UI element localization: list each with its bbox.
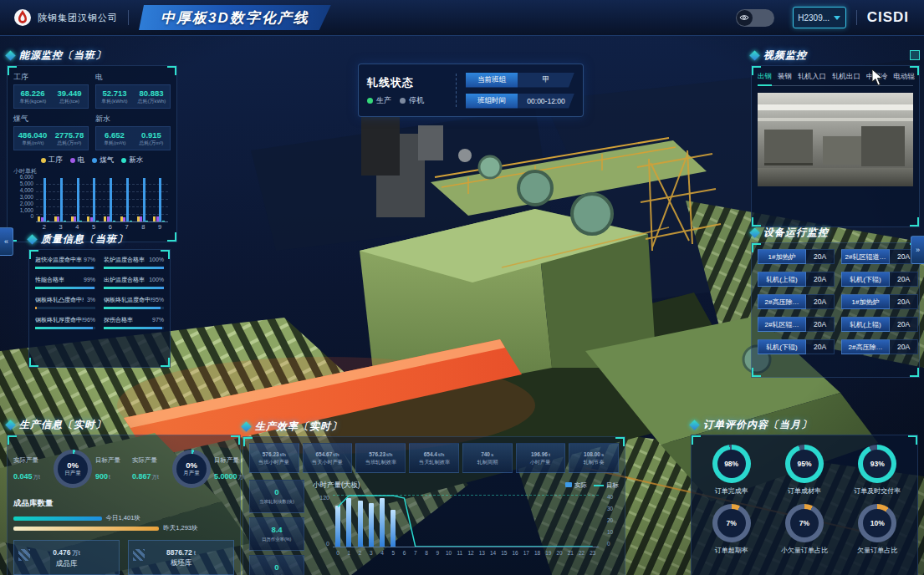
store-boxes: 0.476万t 成品库 8876.72t 板坯库 bbox=[13, 540, 234, 575]
energy-group: 电 52.713单耗(kWh/t) 80.883总耗(万kWh) bbox=[95, 72, 171, 109]
energy-groups: 工序 68.226单耗(kgce/t) 39.449总耗(tce) 电 52.7… bbox=[13, 72, 171, 150]
efficiency-mini: 0 设备运转率(%) bbox=[249, 555, 304, 575]
equipment-item: 轧机(上辊) 20A bbox=[841, 317, 918, 332]
equipment-item: 1#加热炉 20A bbox=[758, 249, 835, 264]
video-tab[interactable]: 出钢 bbox=[758, 72, 772, 82]
stopped-dot bbox=[400, 98, 406, 104]
legend-dot bbox=[70, 158, 75, 163]
hour-chart-legend: 实际 目标 bbox=[565, 481, 619, 490]
video-tab[interactable]: 轧机出口 bbox=[832, 72, 860, 82]
equipment-item: 2#轧区辊道… 20A bbox=[841, 249, 918, 264]
video-feed[interactable] bbox=[758, 93, 913, 186]
mouse-cursor bbox=[871, 69, 885, 87]
quality-item: 钢板终轧温度命中率 95% bbox=[104, 296, 164, 309]
collapse-left-tab[interactable]: « bbox=[0, 227, 13, 256]
video-tab[interactable]: 装钢 bbox=[778, 72, 792, 82]
producing-dot bbox=[367, 98, 373, 104]
order-donuts: 98% 订单完成率 95% 订单成材率 93% bbox=[697, 441, 911, 555]
quality-item: 性能合格率 99% bbox=[35, 276, 95, 289]
energy-group: 工序 68.226单耗(kgce/t) 39.449总耗(tce) bbox=[13, 72, 89, 109]
order-donut-ring: 7% bbox=[712, 504, 751, 542]
panel-orders: 订单评价内容〔当月〕 98% 订单完成率 95% 订 bbox=[691, 416, 918, 575]
energy-ylabel: 小时单耗 bbox=[13, 167, 171, 176]
quality-progress-bar bbox=[104, 327, 162, 329]
quality-title: 质量信息〔当班〕 bbox=[41, 232, 128, 247]
expand-icon[interactable] bbox=[910, 50, 920, 60]
panel-icon bbox=[749, 227, 760, 238]
video-tabs: 出钢装钢轧机入口轧机出口中间冷电动辊 bbox=[758, 72, 913, 86]
energy-legend: 工序 电 煤气 新水 bbox=[13, 155, 171, 165]
brand-logo: CISDI bbox=[867, 9, 909, 26]
order-metric: 95% 订单成材率 bbox=[785, 445, 824, 496]
panel-icon bbox=[689, 420, 700, 430]
efficiency-stat: 654.4t/h 当天轧制效率 bbox=[409, 443, 459, 473]
equipment-item: 1#加热炉 20A bbox=[841, 294, 918, 309]
video-title: 视频监控 bbox=[763, 48, 807, 63]
target-legend-icon bbox=[594, 485, 604, 486]
order-metric: 10% 欠量订单占比 bbox=[857, 504, 897, 555]
production-title: 生产信息〔实时〕 bbox=[19, 418, 106, 432]
company-name: 陕钢集团汉钢公司 bbox=[38, 12, 118, 24]
efficiency-stat: 196.96t 小时产量 bbox=[516, 443, 566, 473]
panel-efficiency: 生产效率〔实时〕 576.23t/h 当班小时产量 654.67t/h 当天小时… bbox=[242, 418, 625, 575]
equipment-list: 1#加热炉 20A 2#轧区辊道… 20A 轧机(上辊) 20A 轧机 bbox=[758, 249, 913, 354]
panel-icon bbox=[241, 421, 252, 432]
efficiency-stat: 740s 轧制周期 bbox=[462, 443, 513, 473]
dashboard-root: 陕钢集团汉钢公司 中厚板3D数字化产线 H2309... CISDI bbox=[0, 0, 924, 575]
equipment-item: 轧机(下辊) 20A bbox=[841, 272, 918, 287]
panel-equipment: 设备运行监控 1#加热炉 20A 2#轧区辊道… 20A 轧机(上辊) bbox=[751, 224, 920, 378]
order-donut-ring: 93% bbox=[858, 445, 896, 483]
shift-time-badge: 班组时间 00:00-12:00 bbox=[466, 94, 574, 109]
shift-badge: 当前班组 甲 bbox=[466, 73, 574, 88]
order-donut-ring: 98% bbox=[712, 445, 751, 483]
gauge-ring: 0%月产量 bbox=[172, 450, 211, 488]
divider bbox=[456, 74, 457, 107]
order-metric: 98% 订单完成率 bbox=[712, 445, 751, 496]
panel-icon bbox=[5, 420, 16, 430]
quality-progress-bar bbox=[104, 267, 164, 269]
efficiency-stats: 576.23t/h 当班小时产量 654.67t/h 当天小时产量 576.23… bbox=[249, 443, 619, 473]
video-tab[interactable]: 电动辊 bbox=[894, 72, 916, 82]
efficiency-stat: 576.23t/h 当班轧制效率 bbox=[355, 443, 406, 473]
equipment-item: 2#高压除… 20A bbox=[841, 339, 918, 354]
equipment-title: 设备运行监控 bbox=[763, 226, 829, 240]
top-bar: 陕钢集团汉钢公司 中厚板3D数字化产线 H2309... CISDI bbox=[0, 0, 924, 36]
order-metric: 93% 订单及时交付率 bbox=[854, 445, 901, 496]
device-select[interactable]: H2309... bbox=[793, 7, 846, 28]
panel-icon bbox=[5, 50, 16, 61]
panel-production-info: 生产信息〔实时〕 实际产量 0.045万t 0%日产量 目标产量 bbox=[7, 416, 241, 575]
company-logo bbox=[13, 8, 32, 27]
efficiency-mini: 8.4 日历作业率(%) bbox=[249, 517, 304, 551]
store-box: 0.476万t 成品库 bbox=[13, 540, 120, 575]
legend-dot bbox=[92, 158, 97, 163]
panel-energy: 能源监控〔当班〕 工序 68.226单耗(kgce/t) 39.449总耗(tc… bbox=[7, 47, 177, 242]
equipment-item: 轧机(下辊) 20A bbox=[758, 339, 835, 354]
visibility-toggle[interactable] bbox=[736, 9, 774, 27]
equipment-item: 2#轧区辊… 20A bbox=[758, 317, 835, 332]
header-divider bbox=[128, 10, 129, 25]
energy-group: 煤气 486.040单耗(m³/t) 2775.78总耗(万m³) bbox=[13, 114, 89, 150]
order-donut-ring: 10% bbox=[858, 504, 896, 542]
energy-chart: 6,0005,0004,0003,0002,0001,0000 23456789 bbox=[13, 176, 171, 235]
efficiency-mini: 0 当班轧制块数(块) bbox=[249, 480, 304, 513]
production-gauges: 实际产量 0.045万t 0%日产量 目标产量 900t bbox=[13, 441, 234, 496]
video-tab[interactable]: 轧机入口 bbox=[798, 72, 826, 82]
stock-title: 成品库数量 bbox=[13, 498, 234, 509]
hour-chart-title: 小时产量(大板) bbox=[313, 481, 360, 491]
equipment-item: 2#高压除… 20A bbox=[758, 294, 835, 309]
chevron-down-icon bbox=[834, 16, 840, 20]
efficiency-stat: 108.00s 轧制节奏 bbox=[569, 443, 619, 473]
quality-progress-bar bbox=[104, 307, 161, 309]
efficiency-title: 生产效率〔实时〕 bbox=[255, 420, 342, 434]
collapse-right-tab[interactable]: » bbox=[911, 236, 924, 264]
legend-dot bbox=[121, 158, 126, 163]
orders-title: 订单评价内容〔当月〕 bbox=[703, 418, 812, 432]
gauge-ring: 0%日产量 bbox=[54, 450, 92, 488]
quality-progress-bar bbox=[35, 327, 93, 329]
page-title: 中厚板3D数字化产线 bbox=[139, 5, 331, 30]
stock-bar-yesterday bbox=[13, 527, 159, 531]
efficiency-minis: 0 当班轧制块数(块) 8.4 日历作业率(%) 0 设备运转率(%) bbox=[249, 480, 304, 575]
panel-video: 视频监控 出钢装钢轧机入口轧机出口中间冷电动辊 bbox=[751, 47, 920, 227]
efficiency-stat: 654.67t/h 当天小时产量 bbox=[303, 443, 353, 473]
equipment-item: 轧机(上辊) 20A bbox=[758, 272, 835, 287]
